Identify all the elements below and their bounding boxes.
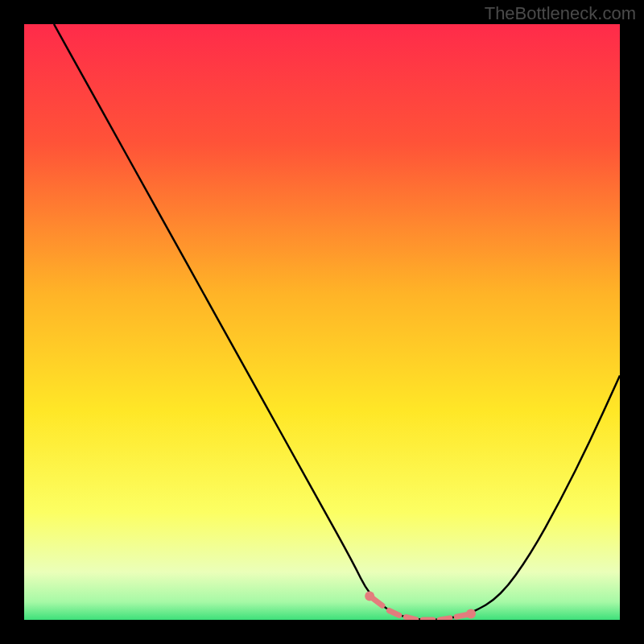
- svg-line-3: [372, 598, 382, 605]
- svg-line-4: [389, 610, 399, 615]
- svg-line-5: [406, 617, 416, 619]
- svg-line-8: [456, 615, 467, 617]
- flat-region-markers: [365, 591, 476, 620]
- curve-layer: [24, 24, 620, 620]
- bottleneck-curve: [54, 24, 620, 620]
- chart-frame: [24, 24, 620, 620]
- watermark-text: TheBottleneck.com: [485, 3, 636, 24]
- svg-line-7: [440, 618, 450, 620]
